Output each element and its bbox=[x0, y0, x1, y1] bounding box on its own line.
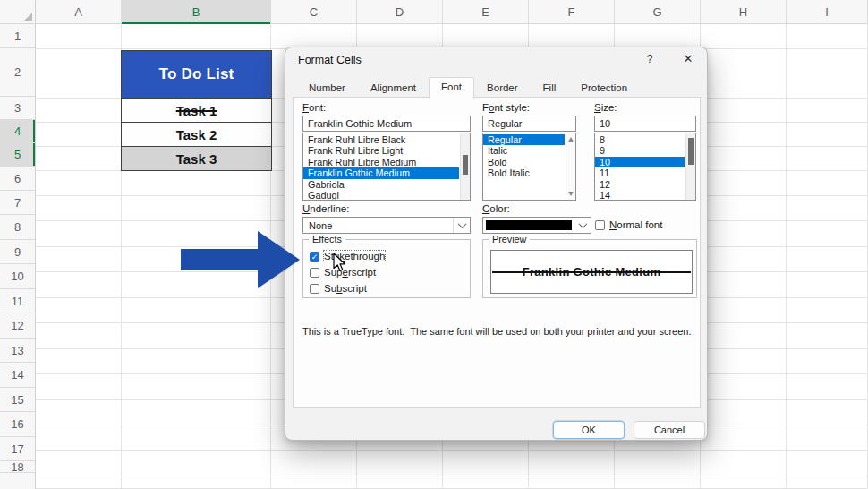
chevron-down-icon[interactable] bbox=[574, 218, 591, 233]
size-option[interactable]: 9 bbox=[595, 145, 685, 156]
tab-font[interactable]: Font bbox=[429, 77, 474, 99]
column-header-B[interactable]: B bbox=[122, 0, 271, 24]
chevron-down-icon[interactable] bbox=[453, 218, 470, 233]
superscript-checkbox[interactable] bbox=[310, 268, 319, 278]
dialog-tabs: NumberAlignmentFontBorderFillProtection bbox=[296, 77, 640, 98]
todo-task-cell[interactable]: Task 2 bbox=[122, 122, 271, 146]
strikethrough-checkbox[interactable]: ✓ bbox=[310, 252, 319, 262]
scroll-down-icon[interactable] bbox=[568, 192, 574, 196]
row-header-8[interactable]: 8 bbox=[0, 215, 35, 240]
gridline bbox=[36, 450, 868, 451]
truetype-description: This is a TrueType font. The same font w… bbox=[302, 326, 696, 337]
underline-label: Underline: bbox=[302, 203, 349, 214]
font-option[interactable]: Frank Ruhl Libre Black bbox=[303, 134, 459, 145]
row-header-6[interactable]: 6 bbox=[0, 167, 35, 191]
column-header-G[interactable]: G bbox=[615, 0, 701, 24]
font-style-list-scrollbar[interactable] bbox=[566, 133, 575, 200]
todo-header-cell[interactable]: To Do List bbox=[122, 51, 271, 98]
row-header-16[interactable]: 16 bbox=[0, 412, 35, 437]
column-header-I[interactable]: I bbox=[787, 0, 868, 24]
tab-border[interactable]: Border bbox=[474, 78, 531, 98]
column-header-D[interactable]: D bbox=[357, 0, 443, 24]
size-input[interactable]: 10 bbox=[594, 116, 696, 132]
normal-font-checkbox-row[interactable]: Normal font bbox=[595, 219, 662, 230]
excel-window: ABCDEFGHI 123456789101112131415161718 To… bbox=[0, 0, 868, 489]
close-icon[interactable]: ✕ bbox=[680, 52, 696, 65]
gridline bbox=[36, 476, 868, 476]
tab-alignment[interactable]: Alignment bbox=[358, 78, 429, 98]
preview-group: Preview Franklin Gothic Medium bbox=[482, 239, 697, 298]
tab-protection[interactable]: Protection bbox=[568, 78, 640, 98]
size-list[interactable]: 8910111214 bbox=[594, 133, 696, 201]
font-option[interactable]: Franklin Gothic Medium bbox=[303, 167, 459, 178]
row-header-5[interactable]: 5 bbox=[0, 143, 35, 167]
font-option[interactable]: Gabriola bbox=[303, 179, 459, 190]
size-option[interactable]: 8 bbox=[595, 134, 685, 145]
subscript-row[interactable]: Subscript bbox=[310, 283, 367, 294]
column-header-A[interactable]: A bbox=[36, 0, 122, 24]
row-header-12[interactable]: 12 bbox=[0, 313, 35, 339]
column-header-H[interactable]: H bbox=[701, 0, 787, 24]
size-option[interactable]: 12 bbox=[595, 179, 685, 190]
preview-text: Franklin Gothic Medium bbox=[523, 265, 661, 279]
column-header-C[interactable]: C bbox=[271, 0, 357, 24]
font-option[interactable]: Frank Ruhl Libre Light bbox=[303, 145, 459, 156]
todo-task-cell[interactable]: Task 3 bbox=[122, 146, 271, 170]
row-header-9[interactable]: 9 bbox=[0, 240, 35, 264]
column-header-F[interactable]: F bbox=[529, 0, 615, 24]
row-header-15[interactable]: 15 bbox=[0, 388, 35, 412]
scroll-up-icon[interactable] bbox=[568, 137, 574, 142]
row-header-17[interactable]: 17 bbox=[0, 437, 35, 461]
font-list-scrollbar[interactable] bbox=[460, 133, 470, 200]
size-list-scrollbar[interactable] bbox=[685, 133, 695, 200]
font-style-option[interactable]: Italic bbox=[483, 145, 565, 156]
font-option[interactable]: Frank Ruhl Libre Medium bbox=[303, 157, 459, 167]
cancel-button[interactable]: Cancel bbox=[634, 421, 705, 439]
row-header-18[interactable]: 18 bbox=[0, 461, 35, 473]
font-style-option[interactable]: Bold bbox=[483, 157, 565, 167]
subscript-label: Subscript bbox=[324, 283, 367, 294]
select-all-triangle-icon bbox=[24, 13, 32, 21]
format-cells-dialog: Format Cells ? ✕ NumberAlignmentFontBord… bbox=[285, 47, 708, 441]
preview-box: Franklin Gothic Medium bbox=[490, 250, 693, 294]
scrollbar-thumb[interactable] bbox=[463, 155, 468, 175]
tab-fill[interactable]: Fill bbox=[531, 78, 569, 98]
column-headers: ABCDEFGHI bbox=[36, 0, 868, 24]
font-style-option[interactable]: Regular bbox=[483, 134, 565, 145]
row-header-7[interactable]: 7 bbox=[0, 191, 35, 215]
size-option[interactable]: 10 bbox=[595, 157, 685, 167]
todo-task-cell[interactable]: Task 1 bbox=[122, 98, 271, 122]
row-header-13[interactable]: 13 bbox=[0, 339, 35, 363]
row-header-2[interactable]: 2 bbox=[0, 48, 35, 97]
font-option[interactable]: Gadugi bbox=[303, 190, 459, 201]
font-input[interactable]: Franklin Gothic Medium bbox=[302, 116, 471, 132]
font-style-option[interactable]: Bold Italic bbox=[483, 167, 565, 178]
size-option[interactable]: 14 bbox=[595, 190, 685, 201]
normal-font-checkbox[interactable] bbox=[595, 220, 605, 230]
row-header-11[interactable]: 11 bbox=[0, 289, 35, 313]
font-style-list[interactable]: RegularItalicBoldBold Italic bbox=[482, 133, 576, 201]
effects-legend: Effects bbox=[309, 234, 345, 244]
font-style-input[interactable]: Regular bbox=[482, 116, 576, 132]
tab-number[interactable]: Number bbox=[296, 78, 358, 98]
scrollbar-thumb[interactable] bbox=[688, 138, 694, 165]
row-header-3[interactable]: 3 bbox=[0, 97, 35, 120]
row-header-10[interactable]: 10 bbox=[0, 264, 35, 289]
strikethrough-row[interactable]: ✓ Strikethrough bbox=[310, 251, 385, 262]
row-header-14[interactable]: 14 bbox=[0, 363, 35, 388]
font-style-label: Font style: bbox=[482, 102, 530, 113]
row-header-4[interactable]: 4 bbox=[0, 120, 35, 143]
column-header-E[interactable]: E bbox=[443, 0, 529, 24]
select-all-corner[interactable] bbox=[0, 0, 36, 24]
preview-strike-line bbox=[492, 271, 535, 273]
row-header-1[interactable]: 1 bbox=[0, 24, 35, 48]
font-list[interactable]: Frank Ruhl Libre BlackFrank Ruhl Libre L… bbox=[302, 133, 471, 201]
help-icon[interactable]: ? bbox=[642, 53, 657, 65]
subscript-checkbox[interactable] bbox=[310, 284, 319, 294]
ok-button[interactable]: OK bbox=[553, 421, 625, 439]
size-label: Size: bbox=[594, 102, 617, 113]
size-option[interactable]: 11 bbox=[595, 167, 685, 178]
underline-dropdown[interactable]: None bbox=[302, 217, 471, 234]
row-headers: 123456789101112131415161718 bbox=[0, 24, 36, 489]
color-dropdown[interactable] bbox=[482, 217, 591, 234]
